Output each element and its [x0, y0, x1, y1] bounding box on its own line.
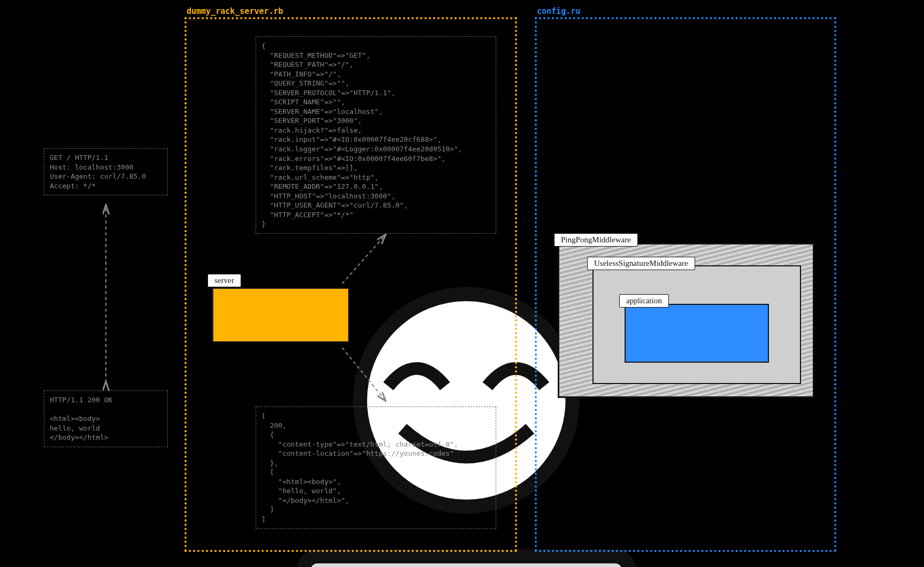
config-file-label: config.ru	[537, 6, 580, 16]
response-array-box: [ 200, { "content-type"=>"text/html; cha…	[256, 407, 496, 529]
user-icon	[4, 273, 35, 316]
pingpong-label: PingPongMiddleware	[554, 233, 638, 247]
application-block	[625, 304, 769, 363]
server-file-label: dummy_rack_server.rb	[187, 6, 283, 16]
http-request-box: GET / HTTP/1.1 Host: localhost:3000 User…	[44, 148, 168, 195]
application-label: application	[619, 294, 669, 308]
env-hash-box: { "REQUEST_METHOD"=>"GET", "REQUEST_PATH…	[256, 36, 496, 234]
svg-rect-1	[303, 556, 629, 567]
http-response-box: HTTP/1.1 200 OK <html><body> hello, worl…	[44, 390, 168, 447]
server-block	[212, 288, 349, 342]
server-label-tag: server	[207, 274, 241, 287]
useless-label: UselessSignatureMiddleware	[587, 257, 695, 270]
